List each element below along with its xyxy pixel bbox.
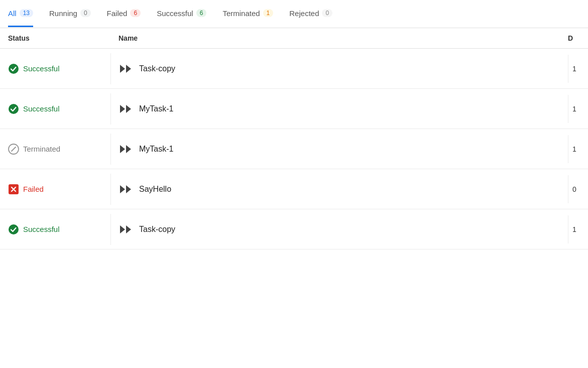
- svg-point-3: [9, 104, 19, 114]
- row-2-name-label: MyTask-1: [139, 145, 173, 154]
- tab-terminated-badge: 1: [263, 9, 274, 17]
- svg-marker-8: [126, 145, 131, 153]
- row-0-name-cell[interactable]: Task-copy: [110, 53, 568, 84]
- row-2-status-cell: Terminated: [0, 134, 110, 165]
- row-2-name-cell[interactable]: MyTask-1: [110, 134, 568, 165]
- column-header-status: Status: [8, 34, 119, 42]
- row-4-status-label: Successful: [23, 225, 60, 233]
- row-3-status-label: Failed: [23, 185, 44, 193]
- row-1-date-cell: 1: [568, 95, 588, 123]
- row-1-status-label: Successful: [23, 104, 60, 113]
- table-body: Successful Task-copy1 Successful MyTask-…: [0, 49, 588, 250]
- row-1-status-icon: [8, 103, 19, 114]
- tab-successful-badge: 6: [196, 9, 207, 17]
- table-header: Status Name D: [0, 28, 588, 49]
- row-4-name-label: Task-copy: [139, 225, 175, 234]
- row-0-status-icon: [8, 63, 19, 74]
- row-3-date-cell: 0: [568, 175, 588, 203]
- svg-marker-10: [120, 185, 125, 193]
- row-3-status-icon: [8, 184, 19, 195]
- svg-marker-5: [126, 105, 131, 113]
- row-4-task-icon: [119, 224, 133, 235]
- tab-terminated[interactable]: Terminated1: [222, 1, 273, 27]
- tab-failed-label: Failed: [107, 9, 128, 18]
- svg-marker-2: [126, 65, 131, 73]
- table-row[interactable]: Terminated MyTask-11: [0, 129, 588, 169]
- table-row[interactable]: Successful Task-copy1: [0, 209, 588, 250]
- row-3-name-label: SayHello: [139, 185, 171, 194]
- row-3-task-icon: [119, 184, 133, 195]
- row-0-date-cell: 1: [568, 55, 588, 83]
- svg-marker-14: [126, 225, 131, 233]
- tab-running-label: Running: [49, 9, 77, 18]
- row-0-name-label: Task-copy: [139, 64, 175, 73]
- tab-all-badge: 13: [20, 9, 33, 17]
- table-row[interactable]: Successful MyTask-11: [0, 89, 588, 129]
- row-0-status-label: Successful: [23, 64, 60, 73]
- svg-marker-7: [120, 145, 125, 153]
- row-2-task-icon: [119, 144, 133, 155]
- row-3-name-cell[interactable]: SayHello: [110, 174, 568, 205]
- row-0-status-cell: Successful: [0, 53, 110, 84]
- tab-successful-label: Successful: [157, 9, 193, 18]
- svg-point-12: [9, 224, 19, 234]
- tab-rejected-label: Rejected: [289, 9, 319, 18]
- row-0-task-icon: [119, 63, 133, 74]
- svg-marker-4: [120, 105, 125, 113]
- tab-failed[interactable]: Failed6: [107, 1, 141, 27]
- row-4-status-cell: Successful: [0, 214, 110, 245]
- tab-successful[interactable]: Successful6: [157, 1, 206, 27]
- table-row[interactable]: Successful Task-copy1: [0, 49, 588, 89]
- tab-rejected-badge: 0: [322, 9, 332, 17]
- svg-point-0: [9, 64, 19, 74]
- table-row[interactable]: Failed SayHello0: [0, 169, 588, 209]
- tab-rejected[interactable]: Rejected0: [289, 1, 332, 27]
- row-4-status-icon: [8, 224, 19, 235]
- tab-terminated-label: Terminated: [222, 9, 260, 18]
- svg-marker-11: [126, 185, 131, 193]
- column-header-name: Name: [119, 34, 568, 42]
- svg-marker-1: [120, 65, 125, 73]
- tabs-bar: All13Running0Failed6Successful6Terminate…: [0, 0, 588, 28]
- column-header-date: D: [568, 34, 588, 42]
- tab-all-label: All: [8, 9, 17, 18]
- row-1-name-label: MyTask-1: [139, 104, 173, 113]
- row-2-date-cell: 1: [568, 135, 588, 163]
- svg-marker-13: [120, 225, 125, 233]
- tab-running[interactable]: Running0: [49, 1, 91, 27]
- table-container: Status Name D Successful Task-copy1 Succ…: [0, 28, 588, 250]
- row-1-status-cell: Successful: [0, 93, 110, 125]
- tab-all[interactable]: All13: [8, 1, 33, 27]
- row-1-task-icon: [119, 103, 133, 114]
- row-3-status-cell: Failed: [0, 174, 110, 205]
- row-1-name-cell[interactable]: MyTask-1: [110, 93, 568, 125]
- tab-failed-badge: 6: [130, 9, 141, 17]
- tab-running-badge: 0: [80, 9, 91, 17]
- row-4-date-cell: 1: [568, 215, 588, 243]
- row-2-status-icon: [8, 144, 19, 155]
- row-4-name-cell[interactable]: Task-copy: [110, 214, 568, 245]
- row-2-status-label: Terminated: [23, 145, 60, 153]
